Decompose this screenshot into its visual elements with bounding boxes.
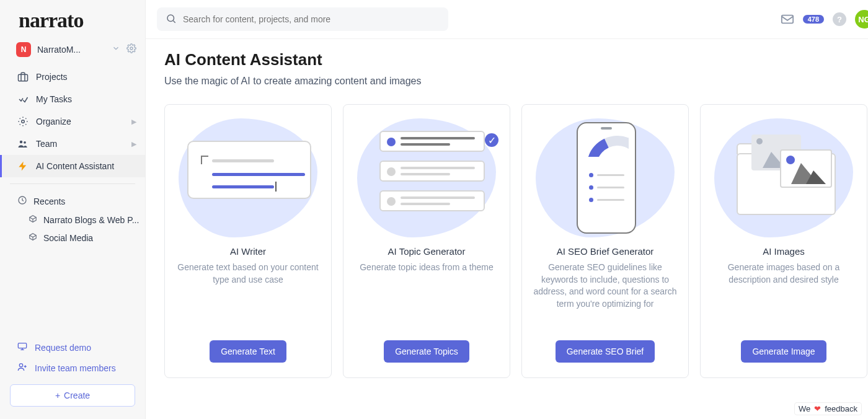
generate-seo-brief-button[interactable]: Generate SEO Brief — [556, 340, 655, 363]
notification-badge[interactable]: 478 — [803, 15, 824, 24]
divider — [10, 183, 135, 184]
chevron-right-icon: ▶ — [131, 118, 136, 126]
nav-team[interactable]: Team ▶ — [0, 133, 145, 155]
card-desc: Generate topic ideas from a theme — [360, 262, 494, 274]
nav-label: Organize — [36, 117, 71, 126]
sidebar-bottom: Request demo Invite team members + Creat… — [0, 331, 145, 419]
recent-item-label: Narrato Blogs & Web P... — [43, 215, 139, 225]
illustration-ai-seo — [533, 116, 677, 240]
avatar[interactable]: NG — [855, 10, 868, 29]
heart-icon: ❤ — [814, 404, 821, 413]
card-title: AI Images — [763, 246, 805, 257]
clock-icon — [17, 195, 27, 207]
plus-icon: + — [55, 390, 60, 400]
card-ai-topic-generator: ✓ AI Topic Generator Generate topic idea… — [343, 104, 510, 378]
recents-label: Recents — [33, 196, 65, 206]
briefcase-icon — [17, 71, 29, 82]
user-plus-icon — [17, 362, 27, 374]
search-icon — [166, 13, 177, 26]
workspace-switcher[interactable]: N NarratoM... — [0, 38, 145, 66]
request-demo-link[interactable]: Request demo — [10, 337, 135, 358]
cog-icon — [17, 116, 29, 127]
illustration-ai-writer — [176, 116, 320, 240]
check-icon: ✓ — [485, 133, 498, 147]
search-input[interactable] — [183, 14, 440, 24]
monitor-icon — [17, 342, 27, 353]
request-demo-label: Request demo — [35, 343, 91, 353]
inbox-button[interactable] — [781, 12, 794, 26]
recent-item[interactable]: Narrato Blogs & Web P... — [0, 211, 145, 229]
svg-point-9 — [19, 364, 22, 367]
nav-projects[interactable]: Projects — [0, 66, 145, 88]
content: AI Content Assistant Use the magic of AI… — [146, 39, 868, 419]
box-icon — [29, 214, 37, 225]
feedback-pre: We — [799, 404, 810, 413]
illustration-ai-topic: ✓ — [355, 116, 498, 240]
svg-rect-1 — [19, 74, 28, 81]
generate-text-button[interactable]: Generate Text — [210, 340, 286, 363]
logo[interactable]: narrato — [0, 0, 145, 38]
recent-item[interactable]: Social Media — [0, 229, 145, 247]
page-title: AI Content Assistant — [164, 50, 867, 69]
main: 478 ? NG AI Content Assistant Use the ma… — [146, 0, 868, 419]
search-bar[interactable] — [157, 7, 448, 31]
card-title: AI Topic Generator — [388, 246, 466, 257]
workspace-badge: N — [16, 42, 31, 57]
feedback-post: feedback — [825, 404, 857, 413]
topbar: 478 ? NG — [146, 0, 868, 39]
svg-point-0 — [130, 47, 133, 50]
chevron-down-icon[interactable] — [112, 44, 120, 55]
card-title: AI SEO Brief Generator — [557, 246, 654, 257]
illustration-ai-images — [712, 116, 856, 240]
nav-label: Team — [36, 139, 57, 149]
invite-team-link[interactable]: Invite team members — [10, 358, 135, 378]
card-desc: Generate text based on your content type… — [176, 262, 320, 286]
nav-organize[interactable]: Organize ▶ — [0, 110, 145, 133]
nav-label: My Tasks — [36, 94, 72, 104]
cards-row: AI Writer Generate text based on your co… — [164, 104, 867, 378]
svg-rect-6 — [18, 343, 26, 348]
nav-label: Projects — [36, 72, 68, 82]
create-label: Create — [64, 390, 90, 400]
generate-image-button[interactable]: Generate Image — [741, 340, 826, 363]
generate-topics-button[interactable]: Generate Topics — [384, 340, 469, 363]
svg-point-12 — [167, 15, 174, 22]
sidebar: narrato N NarratoM... Projects — [0, 0, 146, 419]
invite-team-label: Invite team members — [35, 363, 116, 373]
gear-icon[interactable] — [126, 43, 136, 56]
workspace-name: NarratoM... — [37, 45, 105, 55]
page-subtitle: Use the magic of AI to create amazing co… — [164, 76, 867, 87]
svg-line-13 — [173, 20, 175, 22]
check-icon — [17, 94, 29, 105]
card-title: AI Writer — [230, 246, 266, 257]
card-desc: Generate images based on a description a… — [712, 262, 856, 286]
nav-ai-content-assistant[interactable]: AI Content Assistant — [0, 155, 145, 177]
chevron-right-icon: ▶ — [131, 140, 136, 148]
recents-header: Recents — [0, 193, 145, 211]
lightning-icon — [17, 161, 29, 172]
nav: Projects My Tasks Organize ▶ Team — [0, 66, 145, 177]
logo-text: narrato — [19, 9, 133, 32]
feedback-widget[interactable]: We ❤ feedback — [794, 402, 862, 415]
nav-label: AI Content Assistant — [36, 161, 114, 171]
create-button[interactable]: + Create — [10, 384, 135, 407]
card-ai-writer: AI Writer Generate text based on your co… — [164, 104, 332, 378]
card-ai-seo-brief: AI SEO Brief Generator Generate SEO guid… — [521, 104, 689, 378]
svg-point-3 — [20, 141, 23, 144]
team-icon — [17, 138, 29, 149]
nav-my-tasks[interactable]: My Tasks — [0, 88, 145, 110]
recent-item-label: Social Media — [43, 233, 93, 243]
svg-point-2 — [22, 120, 25, 123]
card-desc: Generate SEO guidelines like keywords to… — [533, 262, 677, 310]
help-button[interactable]: ? — [833, 12, 846, 26]
svg-point-4 — [24, 141, 26, 144]
svg-rect-14 — [781, 15, 792, 24]
box-icon — [29, 232, 37, 243]
card-ai-images: AI Images Generate images based on a des… — [700, 104, 867, 378]
